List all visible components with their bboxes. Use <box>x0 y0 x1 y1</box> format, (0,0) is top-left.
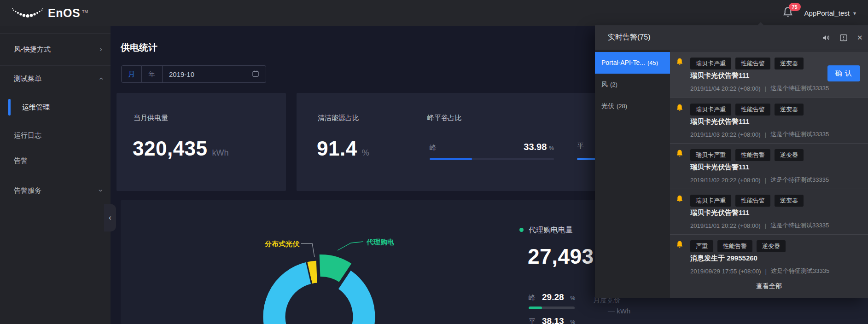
alert-tag: 性能告警 <box>735 195 770 207</box>
callout-line-agency <box>338 242 363 250</box>
alert-time: 2019/09/29 17:55 (+08:00) <box>690 268 761 275</box>
user-menu[interactable]: AppPortal_test ▾ <box>804 9 856 17</box>
sidebar: 风-快捷方式 › 测试菜单 › 运维管理 运行日志 告警 告警服务 › ‹ <box>0 26 111 324</box>
sidebar-item-alert-service[interactable]: 告警服务 › <box>0 183 111 198</box>
alert-tag: 逆变器 <box>775 104 804 116</box>
sidebar-item-ops-management[interactable]: 运维管理 <box>0 99 111 116</box>
alert-item[interactable]: 瑞贝卡严重 性能告警 逆变器 瑞贝卡光伏告警111 2019/11/02 20:… <box>670 143 868 189</box>
monthly-supply-label: 当月供电量 <box>134 114 168 122</box>
sidebar-item-label: 告警 <box>14 156 28 165</box>
alert-item[interactable]: 瑞贝卡严重 性能告警 逆变器 瑞贝卡光伏告警111 2019/11/03 20:… <box>670 98 868 143</box>
sidebar-item-alerts[interactable]: 告警 <box>0 153 111 168</box>
panel-dock-icon[interactable] <box>839 34 848 42</box>
callout-line-pv <box>301 243 315 257</box>
sidebar-divider <box>0 33 111 34</box>
agency-flat-value: 38.13 <box>542 316 564 324</box>
notifications-button[interactable]: 75 <box>782 6 796 20</box>
view-all-link[interactable]: 查看全部 <box>670 282 868 290</box>
monthly-bid-legend: — kWh <box>608 307 630 315</box>
meta-separator: | <box>765 268 767 275</box>
alert-item[interactable]: 瑞贝卡严重 性能告警 逆变器 瑞贝卡光伏告警111 2019/11/04 20:… <box>670 52 868 98</box>
sidebar-group-label: 测试菜单 <box>14 75 41 83</box>
peak-ratio-row: 峰 33.98 % <box>430 142 554 152</box>
caret-down-icon: ▾ <box>853 10 856 17</box>
alert-tag: 瑞贝卡严重 <box>690 149 731 161</box>
chevron-left-icon: ‹ <box>109 214 111 222</box>
peak-flat-valley-label: 峰平谷占比 <box>427 114 462 122</box>
alert-bell-icon <box>676 104 684 112</box>
alert-tag: 性能告警 <box>735 149 770 161</box>
alert-desc: 这是个特征测试33335 <box>770 84 829 93</box>
alert-tag: 逆变器 <box>775 195 804 207</box>
close-icon[interactable]: ✕ <box>857 34 868 42</box>
alert-tags: 瑞贝卡严重 性能告警 逆变器 <box>690 58 804 69</box>
alert-title: 消息发生于 29955260 <box>690 254 757 263</box>
sidebar-group-test-menu[interactable]: 测试菜单 › <box>0 71 111 87</box>
alert-time: 2019/11/02 20:22 (+08:00) <box>690 177 761 184</box>
alert-tags: 瑞贝卡严重 性能告警 逆变器 <box>690 149 804 161</box>
agency-flat-label: 平 <box>529 318 536 324</box>
alert-meta: 2019/11/03 20:22 (+08:00) | 这是个特征测试33335 <box>690 130 829 139</box>
sidebar-item-label: 风-快捷方式 <box>14 45 51 54</box>
alert-tag: 性能告警 <box>735 104 770 116</box>
agency-power-label: 代理购电电量 <box>529 226 573 235</box>
alert-tag: 严重 <box>690 240 713 252</box>
meta-separator: | <box>765 222 766 229</box>
panel-icons: ✕ <box>822 25 868 50</box>
top-header: EnOS TM 75 AppPortal_test ▾ <box>0 0 868 26</box>
date-value: 2019-10 <box>169 70 194 78</box>
alert-item[interactable]: 瑞贝卡严重 性能告警 逆变器 瑞贝卡光伏告警111 2019/11/01 20:… <box>670 189 868 234</box>
agency-power-value: 27,493 <box>528 244 594 269</box>
sidebar-item-label: 运维管理 <box>22 103 50 112</box>
agency-peak-track <box>529 307 575 309</box>
alert-time: 2019/11/03 20:22 (+08:00) <box>690 131 761 138</box>
filter-row: 月 年 2019-10 <box>121 65 266 83</box>
notification-badge: 75 <box>789 3 801 11</box>
tab-count: (28) <box>617 103 627 110</box>
alert-desc: 这是个特征测试33335 <box>770 130 829 139</box>
alert-time: 2019/11/01 20:22 (+08:00) <box>690 222 761 229</box>
enos-logo: EnOS TM <box>12 6 88 20</box>
date-picker-input[interactable]: 2019-10 <box>163 65 266 83</box>
alert-desc: 这是个特征测试33335 <box>771 267 829 275</box>
alert-tag: 逆变器 <box>757 240 786 252</box>
peak-unit: % <box>549 145 554 151</box>
sound-icon[interactable] <box>822 34 830 42</box>
alert-bell-icon <box>676 240 684 249</box>
monthly-supply-value: 320,435 <box>133 137 208 160</box>
alert-tag: 逆变器 <box>775 149 804 161</box>
alert-tag: 瑞贝卡严重 <box>690 58 731 69</box>
agency-peak-unit: % <box>571 295 576 301</box>
alert-tags: 瑞贝卡严重 性能告警 逆变器 <box>690 195 804 207</box>
sidebar-item-wind-shortcut[interactable]: 风-快捷方式 › <box>0 41 111 57</box>
sidebar-item-label: 告警服务 <box>14 186 41 195</box>
donut-slices <box>262 254 376 324</box>
username-label: AppPortal_test <box>804 9 850 17</box>
enos-logo-tm: TM <box>82 9 88 14</box>
sidebar-item-run-log[interactable]: 运行日志 <box>0 127 111 143</box>
alert-item[interactable]: 严重 性能告警 逆变器 消息发生于 29955260 2019/09/29 17… <box>670 234 868 280</box>
sidebar-collapse-handle[interactable]: ‹ <box>104 204 116 231</box>
alert-meta: 2019/09/29 17:55 (+08:00) | 这是个特征测试33335 <box>690 267 829 275</box>
alert-title: 瑞贝卡光伏告警111 <box>690 117 749 126</box>
tab-wind[interactable]: 风(2) <box>595 74 670 95</box>
alert-time: 2019/11/04 20:22 (+08:00) <box>690 85 761 92</box>
page-title: 供电统计 <box>121 41 157 54</box>
peak-value: 33.98 <box>524 142 547 152</box>
agency-peak-row: 峰 29.28 % <box>529 292 575 302</box>
month-toggle-button[interactable]: 月 <box>121 65 142 83</box>
tab-count: (45) <box>647 59 658 66</box>
alert-desc: 这是个特征测试33335 <box>770 176 829 184</box>
alert-list: 瑞贝卡严重 性能告警 逆变器 瑞贝卡光伏告警111 2019/11/04 20:… <box>670 50 868 298</box>
clean-energy-unit: % <box>362 148 369 158</box>
alert-meta: 2019/11/02 20:22 (+08:00) | 这是个特征测试33335 <box>690 176 829 184</box>
confirm-button[interactable]: 确 认 <box>827 65 860 81</box>
alert-desc: 这是个特征测试33335 <box>770 221 829 230</box>
monthly-supply-card: 当月供电量 320,435 kWh <box>117 93 286 191</box>
year-toggle-button[interactable]: 年 <box>142 65 163 83</box>
tab-portal-api[interactable]: Portal-API-Te...(45) <box>595 52 670 74</box>
tab-solar[interactable]: 光伏(28) <box>595 95 670 117</box>
alert-title: 瑞贝卡光伏告警111 <box>690 163 749 172</box>
realtime-alert-panel: 实时告警(75) ✕ Portal-API-Te...(45) 风(2) 光伏(… <box>595 25 868 298</box>
agency-flat-row: 平 38.13 % <box>529 316 575 324</box>
